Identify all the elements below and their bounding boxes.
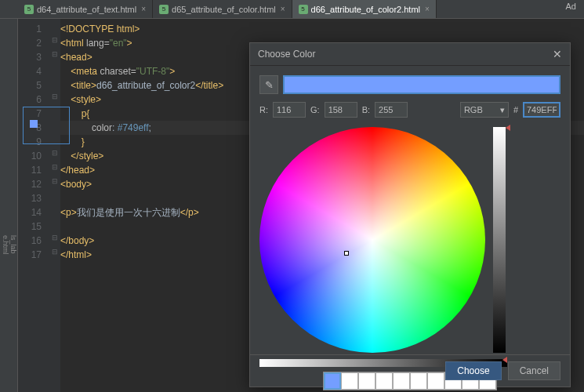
r-input[interactable] <box>273 102 306 118</box>
g-label: G: <box>310 105 320 114</box>
html-icon: 5 <box>299 5 308 14</box>
tab-d65[interactable]: 5d65_attribute_of_color.html× <box>153 0 292 18</box>
brightness-slider[interactable] <box>493 127 506 353</box>
b-label: B: <box>362 105 370 114</box>
hash-label: # <box>513 105 518 114</box>
brightness-marker[interactable] <box>506 125 510 131</box>
color-picker-dialog: Choose Color ✕ ✎ R: G: B: RGB▾ # <box>249 42 571 387</box>
palette-cell[interactable] <box>358 372 375 390</box>
palette-cell[interactable] <box>341 372 358 390</box>
b-input[interactable] <box>375 102 408 118</box>
cancel-button[interactable]: Cancel <box>508 361 560 380</box>
wheel-marker[interactable] <box>344 251 349 256</box>
r-label: R: <box>259 105 268 114</box>
dialog-title: Choose Color <box>258 49 315 60</box>
eyedropper-button[interactable]: ✎ <box>259 75 278 94</box>
palette-cell[interactable] <box>393 372 410 390</box>
divider <box>250 354 570 355</box>
color-preview <box>283 75 560 94</box>
tab-label: d65_attribute_of_color.html <box>172 5 276 14</box>
html-icon: 5 <box>24 5 34 14</box>
html-icon: 5 <box>159 5 169 14</box>
tab-label: d64_attribute_of_text.html <box>37 5 136 14</box>
hex-input[interactable] <box>523 102 560 118</box>
editor-tabs: 5d64_attribute_of_text.html× 5d65_attrib… <box>0 0 584 19</box>
fold-gutter: ⊟⊟⊟⊟⊟⊟⊟⊟ <box>49 19 60 392</box>
color-wheel[interactable] <box>259 127 485 353</box>
sidebar-item-1[interactable]: ls_lab <box>9 229 17 260</box>
g-input[interactable] <box>325 102 357 118</box>
tool-sidebar: ls_lab e.html <box>0 19 18 392</box>
sidebar-item-2[interactable]: e.html <box>2 229 9 261</box>
close-icon[interactable]: × <box>425 5 430 13</box>
close-icon[interactable]: × <box>281 5 285 13</box>
tab-d64[interactable]: 5d64_attribute_of_text.html× <box>18 0 153 18</box>
close-icon[interactable]: ✕ <box>553 48 562 60</box>
menu-hint: Ad <box>566 2 576 11</box>
tab-d66[interactable]: 5d66_attribute_of_color2.html× <box>292 0 437 18</box>
palette-cell[interactable] <box>375 372 393 390</box>
choose-button[interactable]: Choose <box>445 361 501 380</box>
palette-cell[interactable] <box>427 372 444 390</box>
tab-label: d66_attribute_of_color2.html <box>311 5 420 14</box>
line-gutter: 1234567891011121314151617 <box>18 19 49 392</box>
color-mode-select[interactable]: RGB▾ <box>460 102 509 118</box>
palette-cell[interactable] <box>324 372 341 390</box>
dialog-titlebar: Choose Color ✕ <box>250 43 570 66</box>
close-icon[interactable]: × <box>141 5 146 13</box>
color-swatch-icon[interactable] <box>30 120 38 128</box>
chevron-down-icon: ▾ <box>500 105 505 115</box>
palette-cell[interactable] <box>410 372 427 390</box>
